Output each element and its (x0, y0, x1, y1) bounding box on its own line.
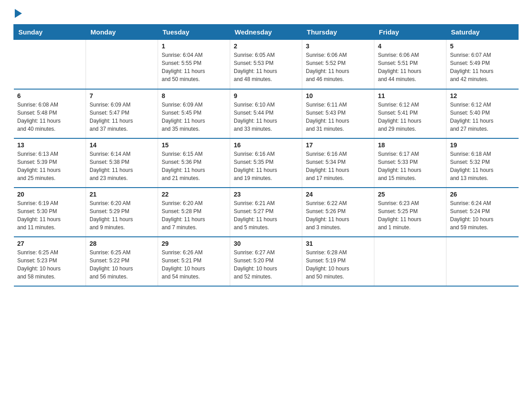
day-info: Sunrise: 6:06 AM Sunset: 5:52 PM Dayligh… (306, 51, 370, 83)
day-number: 23 (234, 191, 298, 198)
day-cell: 15Sunrise: 6:15 AM Sunset: 5:36 PM Dayli… (158, 138, 230, 188)
week-row-0: 1Sunrise: 6:04 AM Sunset: 5:55 PM Daylig… (14, 40, 519, 89)
header-cell-thursday: Thursday (302, 25, 374, 40)
day-cell (446, 237, 519, 286)
day-info: Sunrise: 6:16 AM Sunset: 5:35 PM Dayligh… (234, 150, 298, 182)
day-cell: 10Sunrise: 6:11 AM Sunset: 5:43 PM Dayli… (302, 89, 374, 138)
day-cell: 3Sunrise: 6:06 AM Sunset: 5:52 PM Daylig… (302, 40, 374, 89)
day-cell: 21Sunrise: 6:20 AM Sunset: 5:29 PM Dayli… (86, 188, 158, 237)
calendar-header: SundayMondayTuesdayWednesdayThursdayFrid… (14, 25, 519, 40)
day-number: 1 (162, 43, 226, 50)
week-row-4: 27Sunrise: 6:25 AM Sunset: 5:23 PM Dayli… (14, 237, 519, 286)
day-cell (374, 237, 446, 286)
day-info: Sunrise: 6:23 AM Sunset: 5:25 PM Dayligh… (378, 199, 442, 231)
day-cell: 22Sunrise: 6:20 AM Sunset: 5:28 PM Dayli… (158, 188, 230, 237)
header-cell-wednesday: Wednesday (230, 25, 302, 40)
day-cell: 6Sunrise: 6:08 AM Sunset: 5:48 PM Daylig… (14, 89, 86, 138)
header-cell-saturday: Saturday (446, 25, 519, 40)
day-info: Sunrise: 6:15 AM Sunset: 5:36 PM Dayligh… (162, 150, 226, 182)
day-cell: 16Sunrise: 6:16 AM Sunset: 5:35 PM Dayli… (230, 138, 302, 188)
day-cell: 9Sunrise: 6:10 AM Sunset: 5:44 PM Daylig… (230, 89, 302, 138)
day-cell: 12Sunrise: 6:12 AM Sunset: 5:40 PM Dayli… (446, 89, 519, 138)
day-info: Sunrise: 6:06 AM Sunset: 5:51 PM Dayligh… (378, 51, 442, 83)
day-number: 27 (17, 240, 82, 247)
day-number: 2 (234, 43, 298, 50)
day-number: 24 (306, 191, 370, 198)
day-number: 31 (306, 240, 370, 247)
page-header (13, 9, 519, 16)
day-cell: 1Sunrise: 6:04 AM Sunset: 5:55 PM Daylig… (158, 40, 230, 89)
day-info: Sunrise: 6:22 AM Sunset: 5:26 PM Dayligh… (306, 199, 370, 231)
day-info: Sunrise: 6:12 AM Sunset: 5:41 PM Dayligh… (378, 101, 442, 133)
day-info: Sunrise: 6:18 AM Sunset: 5:32 PM Dayligh… (450, 150, 515, 182)
day-number: 25 (378, 191, 442, 198)
day-info: Sunrise: 6:09 AM Sunset: 5:45 PM Dayligh… (162, 101, 226, 133)
day-cell: 19Sunrise: 6:18 AM Sunset: 5:32 PM Dayli… (446, 138, 519, 188)
day-info: Sunrise: 6:20 AM Sunset: 5:29 PM Dayligh… (90, 199, 154, 231)
day-info: Sunrise: 6:04 AM Sunset: 5:55 PM Dayligh… (162, 51, 226, 83)
day-cell: 24Sunrise: 6:22 AM Sunset: 5:26 PM Dayli… (302, 188, 374, 237)
day-cell: 4Sunrise: 6:06 AM Sunset: 5:51 PM Daylig… (374, 40, 446, 89)
day-number: 29 (162, 240, 226, 247)
calendar-body: 1Sunrise: 6:04 AM Sunset: 5:55 PM Daylig… (14, 40, 519, 286)
week-row-2: 13Sunrise: 6:13 AM Sunset: 5:39 PM Dayli… (14, 138, 519, 188)
day-info: Sunrise: 6:20 AM Sunset: 5:28 PM Dayligh… (162, 199, 226, 231)
day-cell: 11Sunrise: 6:12 AM Sunset: 5:41 PM Dayli… (374, 89, 446, 138)
week-row-3: 20Sunrise: 6:19 AM Sunset: 5:30 PM Dayli… (14, 188, 519, 237)
day-info: Sunrise: 6:14 AM Sunset: 5:38 PM Dayligh… (90, 150, 154, 182)
day-cell: 26Sunrise: 6:24 AM Sunset: 5:24 PM Dayli… (446, 188, 519, 237)
day-info: Sunrise: 6:07 AM Sunset: 5:49 PM Dayligh… (450, 51, 515, 83)
day-number: 3 (306, 43, 370, 50)
day-cell (14, 40, 86, 89)
header-cell-monday: Monday (86, 25, 158, 40)
day-info: Sunrise: 6:21 AM Sunset: 5:27 PM Dayligh… (234, 199, 298, 231)
day-info: Sunrise: 6:05 AM Sunset: 5:53 PM Dayligh… (234, 51, 298, 83)
day-cell: 7Sunrise: 6:09 AM Sunset: 5:47 PM Daylig… (86, 89, 158, 138)
day-info: Sunrise: 6:08 AM Sunset: 5:48 PM Dayligh… (17, 101, 82, 133)
day-number: 30 (234, 240, 298, 247)
day-cell: 20Sunrise: 6:19 AM Sunset: 5:30 PM Dayli… (14, 188, 86, 237)
day-info: Sunrise: 6:09 AM Sunset: 5:47 PM Dayligh… (90, 101, 154, 133)
day-info: Sunrise: 6:27 AM Sunset: 5:20 PM Dayligh… (234, 248, 298, 281)
day-number: 17 (306, 141, 370, 149)
day-number: 6 (17, 92, 82, 99)
day-cell: 17Sunrise: 6:16 AM Sunset: 5:34 PM Dayli… (302, 138, 374, 188)
day-info: Sunrise: 6:28 AM Sunset: 5:19 PM Dayligh… (306, 248, 370, 281)
day-cell: 14Sunrise: 6:14 AM Sunset: 5:38 PM Dayli… (86, 138, 158, 188)
day-cell: 5Sunrise: 6:07 AM Sunset: 5:49 PM Daylig… (446, 40, 519, 89)
day-info: Sunrise: 6:17 AM Sunset: 5:33 PM Dayligh… (378, 150, 442, 182)
day-cell: 27Sunrise: 6:25 AM Sunset: 5:23 PM Dayli… (14, 237, 86, 286)
day-cell: 25Sunrise: 6:23 AM Sunset: 5:25 PM Dayli… (374, 188, 446, 237)
day-number: 20 (17, 191, 82, 198)
day-number: 28 (90, 240, 154, 247)
day-cell: 31Sunrise: 6:28 AM Sunset: 5:19 PM Dayli… (302, 237, 374, 286)
day-info: Sunrise: 6:16 AM Sunset: 5:34 PM Dayligh… (306, 150, 370, 182)
header-cell-sunday: Sunday (14, 25, 86, 40)
day-cell: 30Sunrise: 6:27 AM Sunset: 5:20 PM Dayli… (230, 237, 302, 286)
day-number: 22 (162, 191, 226, 198)
header-row: SundayMondayTuesdayWednesdayThursdayFrid… (14, 25, 519, 40)
day-number: 18 (378, 141, 442, 149)
day-number: 11 (378, 92, 442, 99)
day-cell: 13Sunrise: 6:13 AM Sunset: 5:39 PM Dayli… (14, 138, 86, 188)
day-number: 7 (90, 92, 154, 99)
day-info: Sunrise: 6:10 AM Sunset: 5:44 PM Dayligh… (234, 101, 298, 133)
day-cell: 29Sunrise: 6:26 AM Sunset: 5:21 PM Dayli… (158, 237, 230, 286)
calendar-table: SundayMondayTuesdayWednesdayThursdayFrid… (13, 24, 519, 287)
day-cell: 8Sunrise: 6:09 AM Sunset: 5:45 PM Daylig… (158, 89, 230, 138)
day-info: Sunrise: 6:19 AM Sunset: 5:30 PM Dayligh… (17, 199, 82, 231)
day-info: Sunrise: 6:12 AM Sunset: 5:40 PM Dayligh… (450, 101, 515, 133)
day-info: Sunrise: 6:11 AM Sunset: 5:43 PM Dayligh… (306, 101, 370, 133)
logo (13, 9, 22, 16)
day-info: Sunrise: 6:24 AM Sunset: 5:24 PM Dayligh… (450, 199, 515, 231)
day-number: 8 (162, 92, 226, 99)
day-number: 12 (450, 92, 515, 99)
day-number: 10 (306, 92, 370, 99)
day-cell: 18Sunrise: 6:17 AM Sunset: 5:33 PM Dayli… (374, 138, 446, 188)
day-number: 16 (234, 141, 298, 149)
day-cell (86, 40, 158, 89)
day-number: 5 (450, 43, 515, 50)
day-number: 4 (378, 43, 442, 50)
day-number: 15 (162, 141, 226, 149)
week-row-1: 6Sunrise: 6:08 AM Sunset: 5:48 PM Daylig… (14, 89, 519, 138)
